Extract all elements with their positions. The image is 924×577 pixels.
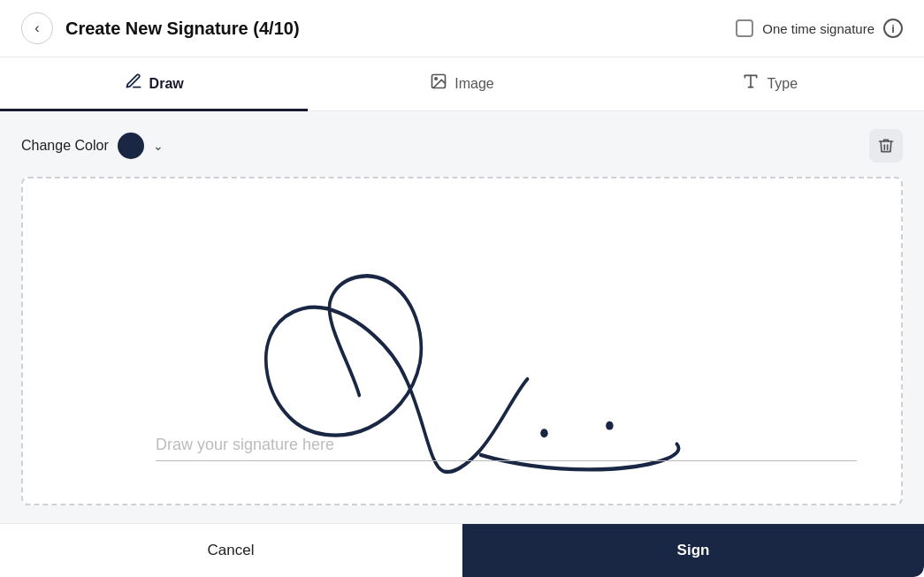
color-row: Change Color ⌄ — [21, 129, 903, 163]
tab-image-label: Image — [454, 76, 493, 92]
tab-draw[interactable]: Draw — [0, 58, 308, 111]
color-picker-dot[interactable] — [118, 133, 144, 159]
svg-point-4 — [540, 429, 547, 437]
create-signature-modal: ‹ Create New Signature (4/10) One time s… — [0, 0, 924, 577]
modal-footer: Cancel Sign — [0, 523, 924, 577]
one-time-checkbox[interactable] — [736, 19, 753, 37]
back-button[interactable]: ‹ — [21, 12, 53, 44]
sign-button[interactable]: Sign — [462, 524, 924, 577]
tab-type-label: Type — [767, 76, 798, 92]
change-color-label: Change Color — [21, 138, 109, 154]
modal-header: ‹ Create New Signature (4/10) One time s… — [0, 0, 924, 57]
color-left: Change Color ⌄ — [21, 133, 164, 159]
image-icon — [430, 72, 447, 95]
draw-body: Change Color ⌄ Draw your signature h — [0, 111, 924, 523]
chevron-down-icon[interactable]: ⌄ — [153, 139, 164, 153]
signature-baseline — [156, 460, 857, 461]
draw-icon — [125, 72, 142, 95]
cancel-button[interactable]: Cancel — [0, 524, 462, 577]
tab-type[interactable]: Type — [616, 58, 924, 111]
header-right: One time signature i — [736, 19, 903, 38]
signature-drawing — [23, 178, 901, 504]
signature-canvas[interactable]: Draw your signature here — [21, 177, 903, 505]
tab-image[interactable]: Image — [308, 58, 615, 111]
signature-placeholder: Draw your signature here — [156, 436, 334, 454]
tabs-bar: Draw Image Type — [0, 57, 924, 111]
type-icon — [742, 72, 760, 95]
info-icon[interactable]: i — [883, 19, 903, 38]
one-time-label: One time signature — [762, 21, 874, 36]
modal-title: Create New Signature (4/10) — [65, 19, 300, 39]
tab-draw-label: Draw — [149, 76, 184, 92]
clear-signature-button[interactable] — [869, 129, 903, 163]
svg-point-1 — [435, 78, 438, 80]
header-left: ‹ Create New Signature (4/10) — [21, 12, 300, 44]
svg-point-5 — [606, 421, 613, 430]
